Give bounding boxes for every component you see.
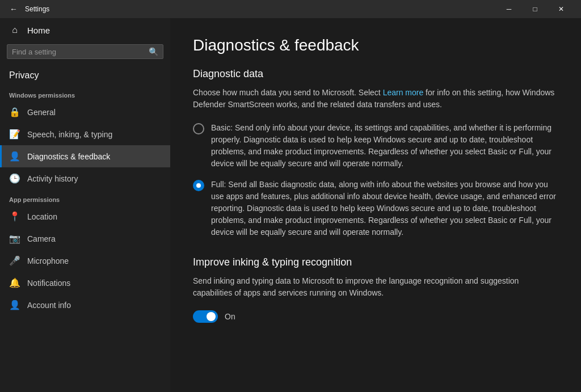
back-button[interactable]: ← [7,2,20,16]
diagnostics-icon: 👤 [9,151,20,162]
inking-description: Send inking and typing data to Microsoft… [193,275,558,299]
sidebar: ⌂ Home 🔍 Privacy Windows permissions 🔒 G… [0,18,170,392]
radio-group: Basic: Send only info about your device,… [193,122,558,238]
sidebar-home-label: Home [27,26,50,35]
sidebar-item-label: General [27,108,56,117]
radio-basic-circle[interactable] [193,123,204,134]
sidebar-item-diagnostics[interactable]: 👤 Diagnostics & feedback [0,145,170,167]
toggle-label: On [225,312,235,321]
content-area: Diagnostics & feedback Diagnostic data C… [170,18,581,392]
search-input[interactable] [12,48,145,56]
inking-toggle[interactable] [193,310,218,323]
close-button[interactable]: ✕ [548,0,574,18]
sidebar-item-label: Notifications [27,279,70,288]
radio-basic-text: Basic: Send only info about your device,… [211,122,558,170]
app-title: Settings [25,5,496,13]
sidebar-item-label: Account info [27,301,71,310]
sidebar-item-label: Diagnostics & feedback [27,152,110,161]
window-controls: ─ □ ✕ [496,0,574,18]
sidebar-item-microphone[interactable]: 🎤 Microphone [0,250,170,272]
home-icon: ⌂ [9,25,20,35]
minimize-button[interactable]: ─ [496,0,522,18]
sidebar-item-label: Speech, inking, & typing [27,130,112,139]
diagnostic-section-title: Diagnostic data [193,68,558,80]
general-icon: 🔒 [9,107,20,117]
sidebar-item-activity[interactable]: 🕒 Activity history [0,167,170,189]
app-permissions-section-title: App permissions [0,192,170,205]
description-start: Choose how much data you send to Microso… [193,88,383,97]
search-icon[interactable]: 🔍 [149,47,158,56]
sidebar-search[interactable]: 🔍 [7,44,163,59]
sidebar-item-label: Location [27,212,57,221]
page-title: Diagnostics & feedback [193,36,558,54]
radio-full-text: Full: Send all Basic diagnostic data, al… [211,179,558,238]
sidebar-item-label: Microphone [27,256,69,265]
diagnostic-description: Choose how much data you send to Microso… [193,87,558,111]
maximize-button[interactable]: □ [522,0,548,18]
toggle-row: On [193,310,558,323]
sidebar-section-privacy: Privacy [0,66,170,85]
inking-section-title: Improve inking & typing recognition [193,256,558,268]
notifications-icon: 🔔 [9,277,20,288]
titlebar: ← Settings ─ □ ✕ [0,0,581,18]
activity-icon: 🕒 [9,173,20,184]
account-icon: 👤 [9,300,20,310]
radio-full-circle[interactable] [193,180,204,191]
sidebar-item-label: Camera [27,234,56,243]
sidebar-item-home[interactable]: ⌂ Home [0,18,170,42]
radio-option-full[interactable]: Full: Send all Basic diagnostic data, al… [193,179,558,238]
sidebar-item-speech[interactable]: 📝 Speech, inking, & typing [0,123,170,145]
location-icon: 📍 [9,211,20,222]
camera-icon: 📷 [9,233,20,244]
sidebar-item-camera[interactable]: 📷 Camera [0,227,170,250]
diagnostic-data-section: Diagnostic data Choose how much data you… [193,68,558,238]
sidebar-item-label: Activity history [27,174,78,183]
learn-more-link[interactable]: Learn more [383,88,424,97]
back-icon: ← [10,5,18,14]
windows-permissions-section-title: Windows permissions [0,87,170,101]
speech-icon: 📝 [9,129,20,140]
radio-option-basic[interactable]: Basic: Send only info about your device,… [193,122,558,170]
sidebar-item-notifications[interactable]: 🔔 Notifications [0,272,170,294]
sidebar-item-account[interactable]: 👤 Account info [0,294,170,316]
main-layout: ⌂ Home 🔍 Privacy Windows permissions 🔒 G… [0,18,581,392]
inking-section: Improve inking & typing recognition Send… [193,256,558,323]
sidebar-item-general[interactable]: 🔒 General [0,101,170,123]
microphone-icon: 🎤 [9,255,20,266]
sidebar-item-location[interactable]: 📍 Location [0,205,170,227]
